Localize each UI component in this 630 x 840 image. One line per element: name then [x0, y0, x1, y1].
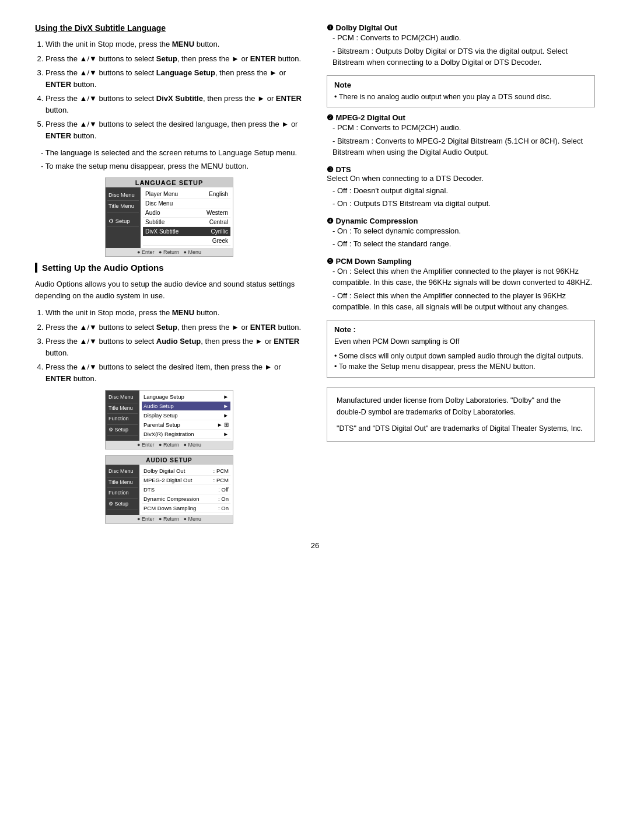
dynamic-title: ❹ Dynamic Compression — [327, 217, 595, 225]
dts-intro: Select On when connecting to a DTS Decod… — [327, 174, 595, 183]
right-column: ❶ Dolby Digital Out PCM : Converts to PC… — [327, 23, 595, 529]
screenshot1-footer: ● Enter ● Return ● Menu — [106, 248, 233, 256]
s3-row-dts: DTS: Off — [142, 485, 230, 494]
screenshot1-row-divx: DivX SubtitleCyrillic — [143, 227, 230, 236]
s2-setup: ⚙ Setup — [107, 425, 138, 436]
pcm-off: Off : Select this when the Amplifier con… — [332, 290, 595, 313]
trademark-dolby: Manufactured under license from Dolby La… — [337, 395, 585, 418]
audio-step-2: Press the ▲/▼ buttons to select Setup, t… — [46, 322, 303, 333]
screenshot3-sidebar: Disc Menu Title Menu Function ⚙ Setup — [106, 465, 139, 515]
s2-row-audio: Audio Setup► — [142, 402, 230, 411]
dolby-list: PCM : Converts to PCM(2CH) audio. Bitstr… — [327, 32, 595, 68]
s3-row-dyn: Dynamic Compression: On — [142, 494, 230, 504]
dynamic-off: Off : To select the standard range. — [332, 238, 595, 250]
audio-setup-header: AUDIO SETUP — [106, 456, 233, 465]
dts-list: Off : Doesn't output digital signal. On … — [327, 185, 595, 210]
divx-step-3: Press the ▲/▼ buttons to select Language… — [46, 67, 303, 90]
dynamic-section: ❹ Dynamic Compression On : To select dyn… — [327, 217, 595, 250]
sidebar-setup: ⚙ Setup — [107, 216, 139, 227]
screenshot3-main: Dolby Digital Out: PCM MPEG-2 Digital Ou… — [139, 465, 233, 515]
audio-intro: Audio Options allows you to setup the au… — [35, 278, 303, 301]
screenshot1-row-greek: Greek — [143, 236, 230, 246]
note2-item-2: To make the Setup menu disappear, press … — [334, 361, 587, 372]
s3-disc-menu: Disc Menu — [107, 466, 138, 477]
dolby-section: ❶ Dolby Digital Out PCM : Converts to PC… — [327, 23, 595, 68]
mpeg-title: ❷ MPEG-2 Digital Out — [327, 113, 595, 122]
mpeg-pcm: PCM : Converts to PCM(2CH) audio. — [332, 122, 595, 134]
mpeg-section: ❷ MPEG-2 Digital Out PCM : Converts to P… — [327, 113, 595, 158]
divx-steps-list: With the unit in Stop mode, press the ME… — [35, 39, 303, 141]
s2-disc-menu: Disc Menu — [107, 392, 138, 403]
trademark-box: Manufactured under license from Dolby La… — [327, 387, 595, 442]
divx-step-1: With the unit in Stop mode, press the ME… — [46, 39, 303, 50]
language-setup-header: LANGUAGE SETUP — [106, 178, 233, 187]
s2-row-divx-reg: DivX(R) Registration► — [142, 430, 230, 439]
note2-list: Some discs will only output down sampled… — [334, 351, 587, 373]
screenshot2-footer: ● Enter ● Return ● Menu — [106, 441, 233, 449]
dts-section: ❸ DTS Select On when connecting to a DTS… — [327, 165, 595, 210]
note2-intro: Even when PCM Down sampling is Off — [334, 336, 587, 347]
screenshot1-sidebar: Disc Menu Title Menu ⚙ Setup — [106, 187, 141, 248]
s2-function: Function — [107, 414, 138, 425]
screenshot2-sidebar: Disc Menu Title Menu Function ⚙ Setup — [106, 391, 139, 441]
dts-title: ❸ DTS — [327, 165, 595, 174]
dolby-title: ❶ Dolby Digital Out — [327, 23, 595, 32]
screenshot1-row-disc: Disc Menu — [143, 199, 230, 208]
divx-step-5: Press the ▲/▼ buttons to select the desi… — [46, 118, 303, 141]
sidebar-title-menu: Title Menu — [107, 201, 139, 212]
s3-setup: ⚙ Setup — [107, 499, 138, 510]
mpeg-list: PCM : Converts to PCM(2CH) audio. Bitstr… — [327, 122, 595, 158]
dts-off: Off : Doesn't output digital signal. — [332, 185, 595, 197]
divx-notes-list: The language is selected and the screen … — [35, 147, 303, 172]
note1-list: There is no analog audio output when you… — [334, 92, 587, 103]
audio-options-title: Setting Up the Audio Options — [35, 263, 303, 273]
note2-item-1: Some discs will only output down sampled… — [334, 351, 587, 362]
setup-menu-screenshot: Disc Menu Title Menu Function ⚙ Setup La… — [105, 390, 233, 449]
sidebar-disc-menu: Disc Menu — [107, 190, 139, 201]
dynamic-on: On : To select dynamic compression. — [332, 225, 595, 237]
s2-title-menu: Title Menu — [107, 403, 138, 414]
pcm-on: On : Select this when the Amplifier conn… — [332, 266, 595, 288]
s2-row-parental: Parental Setup► ⊞ — [142, 420, 230, 430]
screenshot1-row-audio: AudioWestern — [143, 208, 230, 218]
audio-steps-list: With the unit in Stop mode, press the ME… — [35, 307, 303, 384]
divx-subtitle-title: Using the DivX Subtitle Language — [35, 23, 303, 33]
page-number: 26 — [35, 541, 595, 550]
divx-step-4: Press the ▲/▼ buttons to select DivX Sub… — [46, 93, 303, 116]
dolby-bitstream: Bitstream : Outputs Dolby Digital or DTS… — [332, 46, 595, 68]
pcm-list: On : Select this when the Amplifier conn… — [327, 266, 595, 313]
divx-step-2: Press the ▲/▼ buttons to select Setup, t… — [46, 53, 303, 65]
s3-row-dolby: Dolby Digital Out: PCM — [142, 466, 230, 476]
note-box-1: Note There is no analog audio output whe… — [327, 75, 595, 108]
divx-note-2: To make the setup menu disappear, press … — [41, 161, 303, 172]
s3-function: Function — [107, 488, 138, 499]
audio-step-4: Press the ▲/▼ buttons to select the desi… — [46, 361, 303, 384]
left-column: Using the DivX Subtitle Language With th… — [35, 23, 303, 529]
dynamic-list: On : To select dynamic compression. Off … — [327, 225, 595, 250]
s3-title-menu: Title Menu — [107, 477, 138, 489]
note1-item-1: There is no analog audio output when you… — [334, 92, 587, 103]
screenshot3-footer: ● Enter ● Return ● Menu — [106, 515, 233, 523]
pcm-title: ❺ PCM Down Sampling — [327, 257, 595, 266]
audio-step-3: Press the ▲/▼ buttons to select Audio Se… — [46, 336, 303, 358]
divx-note-1: The language is selected and the screen … — [41, 147, 303, 159]
trademark-dts: "DTS" and "DTS Digital Out" are trademar… — [337, 423, 585, 434]
s3-row-mpeg: MPEG-2 Digital Out: PCM — [142, 476, 230, 485]
screenshot1-row-player: Player MenuEnglish — [143, 190, 230, 199]
s2-row-lang: Language Setup► — [142, 392, 230, 402]
language-setup-screenshot: LANGUAGE SETUP Disc Menu Title Menu ⚙ Se… — [105, 177, 233, 257]
s2-row-display: Display Setup► — [142, 411, 230, 420]
screenshot2-main: Language Setup► Audio Setup► Display Set… — [139, 391, 233, 441]
s3-row-pcm: PCM Down Sampling: On — [142, 504, 230, 513]
note2-title: Note : — [334, 325, 587, 334]
dts-on: On : Outputs DTS Bitstream via digital o… — [332, 198, 595, 210]
mpeg-bitstream: Bitstream : Converts to MPEG-2 Digital B… — [332, 135, 595, 158]
screenshot1-row-subtitle: SubtitleCentral — [143, 218, 230, 227]
audio-step-1: With the unit in Stop mode, press the ME… — [46, 307, 303, 319]
note-box-2: Note : Even when PCM Down sampling is Of… — [327, 320, 595, 378]
note1-title: Note — [334, 81, 587, 89]
pcm-section: ❺ PCM Down Sampling On : Select this whe… — [327, 257, 595, 313]
dolby-pcm: PCM : Converts to PCM(2CH) audio. — [332, 32, 595, 44]
audio-setup-screenshot: AUDIO SETUP Disc Menu Title Menu Functio… — [105, 455, 233, 524]
screenshot1-main: Player MenuEnglish Disc Menu AudioWester… — [141, 187, 233, 248]
